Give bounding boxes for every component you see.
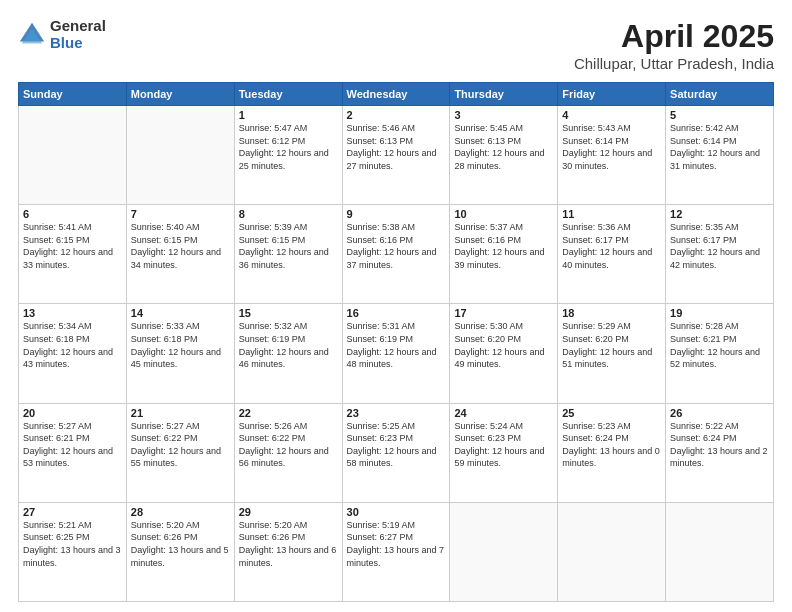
- day-info: Sunrise: 5:42 AM Sunset: 6:14 PM Dayligh…: [670, 122, 769, 172]
- table-row: 16Sunrise: 5:31 AM Sunset: 6:19 PM Dayli…: [342, 304, 450, 403]
- day-info: Sunrise: 5:26 AM Sunset: 6:22 PM Dayligh…: [239, 420, 338, 470]
- logo-text: General Blue: [50, 18, 106, 51]
- day-info: Sunrise: 5:30 AM Sunset: 6:20 PM Dayligh…: [454, 320, 553, 370]
- day-info: Sunrise: 5:32 AM Sunset: 6:19 PM Dayligh…: [239, 320, 338, 370]
- day-number: 9: [347, 208, 446, 220]
- day-number: 3: [454, 109, 553, 121]
- day-info: Sunrise: 5:19 AM Sunset: 6:27 PM Dayligh…: [347, 519, 446, 569]
- col-wednesday: Wednesday: [342, 83, 450, 106]
- calendar-table: Sunday Monday Tuesday Wednesday Thursday…: [18, 82, 774, 602]
- table-row: 21Sunrise: 5:27 AM Sunset: 6:22 PM Dayli…: [126, 403, 234, 502]
- logo-icon: [18, 21, 46, 49]
- day-info: Sunrise: 5:41 AM Sunset: 6:15 PM Dayligh…: [23, 221, 122, 271]
- table-row: 25Sunrise: 5:23 AM Sunset: 6:24 PM Dayli…: [558, 403, 666, 502]
- day-number: 18: [562, 307, 661, 319]
- day-number: 25: [562, 407, 661, 419]
- table-row: 3Sunrise: 5:45 AM Sunset: 6:13 PM Daylig…: [450, 106, 558, 205]
- table-row: 11Sunrise: 5:36 AM Sunset: 6:17 PM Dayli…: [558, 205, 666, 304]
- day-info: Sunrise: 5:36 AM Sunset: 6:17 PM Dayligh…: [562, 221, 661, 271]
- day-number: 8: [239, 208, 338, 220]
- page-title: April 2025: [574, 18, 774, 55]
- day-info: Sunrise: 5:27 AM Sunset: 6:21 PM Dayligh…: [23, 420, 122, 470]
- day-info: Sunrise: 5:22 AM Sunset: 6:24 PM Dayligh…: [670, 420, 769, 470]
- table-row: [126, 106, 234, 205]
- table-row: 28Sunrise: 5:20 AM Sunset: 6:26 PM Dayli…: [126, 502, 234, 601]
- day-number: 23: [347, 407, 446, 419]
- day-number: 10: [454, 208, 553, 220]
- day-number: 27: [23, 506, 122, 518]
- day-number: 30: [347, 506, 446, 518]
- table-row: 23Sunrise: 5:25 AM Sunset: 6:23 PM Dayli…: [342, 403, 450, 502]
- day-number: 19: [670, 307, 769, 319]
- day-info: Sunrise: 5:35 AM Sunset: 6:17 PM Dayligh…: [670, 221, 769, 271]
- day-info: Sunrise: 5:33 AM Sunset: 6:18 PM Dayligh…: [131, 320, 230, 370]
- table-row: [450, 502, 558, 601]
- day-info: Sunrise: 5:40 AM Sunset: 6:15 PM Dayligh…: [131, 221, 230, 271]
- day-info: Sunrise: 5:45 AM Sunset: 6:13 PM Dayligh…: [454, 122, 553, 172]
- header: General Blue April 2025 Chillupar, Uttar…: [18, 18, 774, 72]
- logo-blue-label: Blue: [50, 35, 106, 52]
- title-block: April 2025 Chillupar, Uttar Pradesh, Ind…: [574, 18, 774, 72]
- day-number: 22: [239, 407, 338, 419]
- table-row: [558, 502, 666, 601]
- day-info: Sunrise: 5:43 AM Sunset: 6:14 PM Dayligh…: [562, 122, 661, 172]
- day-number: 7: [131, 208, 230, 220]
- table-row: 14Sunrise: 5:33 AM Sunset: 6:18 PM Dayli…: [126, 304, 234, 403]
- day-number: 20: [23, 407, 122, 419]
- table-row: 17Sunrise: 5:30 AM Sunset: 6:20 PM Dayli…: [450, 304, 558, 403]
- day-number: 6: [23, 208, 122, 220]
- calendar-row: 6Sunrise: 5:41 AM Sunset: 6:15 PM Daylig…: [19, 205, 774, 304]
- day-number: 14: [131, 307, 230, 319]
- day-info: Sunrise: 5:39 AM Sunset: 6:15 PM Dayligh…: [239, 221, 338, 271]
- day-number: 21: [131, 407, 230, 419]
- day-info: Sunrise: 5:23 AM Sunset: 6:24 PM Dayligh…: [562, 420, 661, 470]
- table-row: 27Sunrise: 5:21 AM Sunset: 6:25 PM Dayli…: [19, 502, 127, 601]
- col-saturday: Saturday: [666, 83, 774, 106]
- day-number: 4: [562, 109, 661, 121]
- col-sunday: Sunday: [19, 83, 127, 106]
- table-row: 29Sunrise: 5:20 AM Sunset: 6:26 PM Dayli…: [234, 502, 342, 601]
- col-friday: Friday: [558, 83, 666, 106]
- day-number: 17: [454, 307, 553, 319]
- day-info: Sunrise: 5:37 AM Sunset: 6:16 PM Dayligh…: [454, 221, 553, 271]
- day-number: 28: [131, 506, 230, 518]
- col-tuesday: Tuesday: [234, 83, 342, 106]
- table-row: 6Sunrise: 5:41 AM Sunset: 6:15 PM Daylig…: [19, 205, 127, 304]
- calendar-row: 20Sunrise: 5:27 AM Sunset: 6:21 PM Dayli…: [19, 403, 774, 502]
- day-info: Sunrise: 5:31 AM Sunset: 6:19 PM Dayligh…: [347, 320, 446, 370]
- day-number: 11: [562, 208, 661, 220]
- day-number: 26: [670, 407, 769, 419]
- table-row: 5Sunrise: 5:42 AM Sunset: 6:14 PM Daylig…: [666, 106, 774, 205]
- day-number: 13: [23, 307, 122, 319]
- day-number: 16: [347, 307, 446, 319]
- table-row: 30Sunrise: 5:19 AM Sunset: 6:27 PM Dayli…: [342, 502, 450, 601]
- logo-general-label: General: [50, 18, 106, 35]
- col-monday: Monday: [126, 83, 234, 106]
- page: General Blue April 2025 Chillupar, Uttar…: [0, 0, 792, 612]
- day-info: Sunrise: 5:21 AM Sunset: 6:25 PM Dayligh…: [23, 519, 122, 569]
- table-row: 1Sunrise: 5:47 AM Sunset: 6:12 PM Daylig…: [234, 106, 342, 205]
- day-info: Sunrise: 5:46 AM Sunset: 6:13 PM Dayligh…: [347, 122, 446, 172]
- table-row: 26Sunrise: 5:22 AM Sunset: 6:24 PM Dayli…: [666, 403, 774, 502]
- day-number: 2: [347, 109, 446, 121]
- calendar-row: 27Sunrise: 5:21 AM Sunset: 6:25 PM Dayli…: [19, 502, 774, 601]
- day-info: Sunrise: 5:28 AM Sunset: 6:21 PM Dayligh…: [670, 320, 769, 370]
- day-number: 24: [454, 407, 553, 419]
- calendar-header-row: Sunday Monday Tuesday Wednesday Thursday…: [19, 83, 774, 106]
- logo: General Blue: [18, 18, 106, 51]
- day-info: Sunrise: 5:20 AM Sunset: 6:26 PM Dayligh…: [131, 519, 230, 569]
- table-row: 20Sunrise: 5:27 AM Sunset: 6:21 PM Dayli…: [19, 403, 127, 502]
- table-row: [666, 502, 774, 601]
- day-number: 15: [239, 307, 338, 319]
- table-row: 4Sunrise: 5:43 AM Sunset: 6:14 PM Daylig…: [558, 106, 666, 205]
- day-number: 29: [239, 506, 338, 518]
- table-row: 13Sunrise: 5:34 AM Sunset: 6:18 PM Dayli…: [19, 304, 127, 403]
- day-info: Sunrise: 5:24 AM Sunset: 6:23 PM Dayligh…: [454, 420, 553, 470]
- day-info: Sunrise: 5:20 AM Sunset: 6:26 PM Dayligh…: [239, 519, 338, 569]
- table-row: 22Sunrise: 5:26 AM Sunset: 6:22 PM Dayli…: [234, 403, 342, 502]
- day-info: Sunrise: 5:25 AM Sunset: 6:23 PM Dayligh…: [347, 420, 446, 470]
- table-row: [19, 106, 127, 205]
- calendar-row: 1Sunrise: 5:47 AM Sunset: 6:12 PM Daylig…: [19, 106, 774, 205]
- day-info: Sunrise: 5:27 AM Sunset: 6:22 PM Dayligh…: [131, 420, 230, 470]
- table-row: 7Sunrise: 5:40 AM Sunset: 6:15 PM Daylig…: [126, 205, 234, 304]
